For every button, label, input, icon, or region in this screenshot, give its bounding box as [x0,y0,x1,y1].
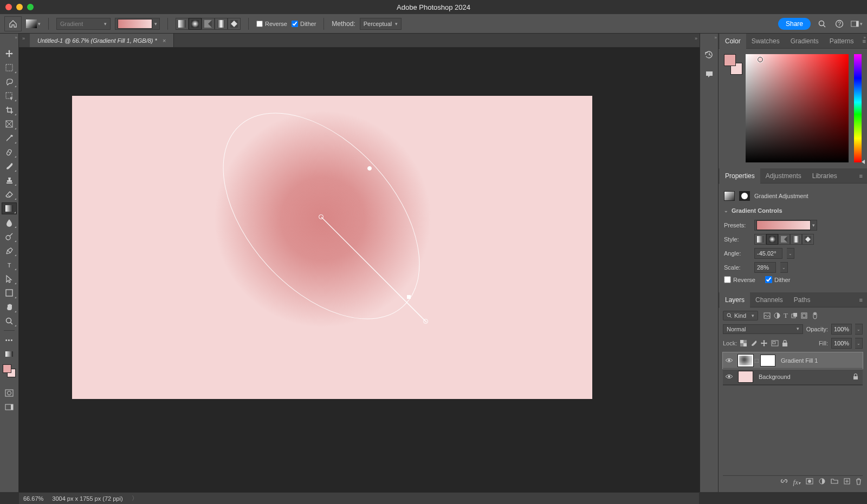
frame-tool[interactable] [2,118,17,130]
blend-mode-dropdown[interactable]: Normal▾ [723,324,803,334]
home-button[interactable] [4,16,22,31]
dither-checkbox[interactable]: Dither [292,21,316,27]
layer-row[interactable]: Background [723,369,863,385]
layer-link-icon[interactable]: ⬚ [754,358,759,363]
layer-row[interactable]: ⬚ Gradient Fill 1 [723,352,863,369]
lock-image-button[interactable] [750,340,758,347]
tab-gradients[interactable]: Gradients [785,34,824,49]
filter-type-icon[interactable]: T [784,311,788,320]
expand-arrows-icon[interactable]: » [22,36,25,41]
eraser-tool[interactable] [2,188,17,200]
lock-artboard-button[interactable] [771,340,779,346]
hue-slider[interactable] [854,54,862,162]
edit-toolbar-button[interactable]: ••• [2,334,17,346]
pen-tool[interactable] [2,245,17,257]
filter-toggle[interactable] [813,312,817,319]
document-info[interactable]: 3004 px x 1755 px (72 ppi) [52,495,122,502]
gradient-preset-dropdown[interactable]: Gradient ▾ [56,18,111,30]
filter-smart-icon[interactable] [801,312,807,319]
lock-transparency-button[interactable] [740,340,747,347]
type-tool[interactable]: T [2,259,17,271]
layer-visibility-toggle[interactable] [725,357,735,363]
tab-channels[interactable]: Channels [750,292,788,307]
opacity-input[interactable]: 100% [831,324,852,335]
expand-icon[interactable]: » [864,35,866,40]
path-selection-tool[interactable] [2,273,17,285]
chevron-down-icon[interactable]: ▾ [38,21,41,27]
prop-style-radial[interactable] [766,234,778,245]
crop-tool[interactable] [2,104,17,116]
gradient-tool[interactable] [2,202,17,214]
delete-layer-button[interactable] [856,478,862,487]
healing-tool[interactable] [2,146,17,158]
layer-style-button[interactable]: fx▾ [793,478,800,487]
marquee-tool[interactable] [2,62,17,74]
zoom-level[interactable]: 66.67% [23,495,43,502]
color-fg-bg-swatches[interactable] [724,54,740,70]
canvas-area[interactable] [19,34,700,492]
lasso-tool[interactable] [2,76,17,88]
prop-style-reflected[interactable] [790,234,802,245]
eyedropper-tool[interactable] [2,132,17,144]
panel-menu-button[interactable]: ≡ [856,297,866,303]
quick-mask-button[interactable] [2,387,17,399]
brush-tool[interactable] [2,160,17,172]
new-group-button[interactable] [831,478,838,487]
dodge-tool[interactable] [2,231,17,243]
stamp-tool[interactable] [2,174,17,186]
filter-pixel-icon[interactable] [764,312,771,319]
hand-tool[interactable] [2,301,17,313]
gradient-end-handle[interactable] [423,319,428,324]
filter-adjustment-icon[interactable] [774,312,780,319]
gradient-preset-picker[interactable]: ▾ [754,220,817,231]
gradient-style-angle[interactable] [202,18,215,30]
reverse-checkbox[interactable]: Reverse [256,21,287,27]
history-panel-icon[interactable] [703,49,715,61]
prop-dither-checkbox[interactable]: Dither [765,276,790,283]
artboard[interactable] [72,96,592,399]
workspace-switcher[interactable]: ▾ [851,18,863,30]
panel-menu-button[interactable]: ≡ [856,173,866,179]
lock-all-button[interactable] [782,340,788,347]
prop-style-diamond[interactable] [802,234,814,245]
move-tool[interactable] [2,48,17,60]
tab-layers[interactable]: Layers [720,292,750,307]
close-tab-button[interactable]: × [163,37,166,44]
scale-stepper[interactable]: ⌄ [780,262,788,273]
close-window-button[interactable] [5,4,12,10]
tab-adjustments[interactable]: Adjustments [760,168,807,184]
layer-visibility-toggle[interactable] [725,374,735,379]
layer-name[interactable]: Gradient Fill 1 [779,357,818,364]
adjustment-layer-button[interactable] [819,478,825,487]
expand-arrows-icon[interactable]: » [695,36,697,41]
gradient-style-linear[interactable] [176,18,189,30]
prop-reverse-checkbox[interactable]: Reverse [724,276,755,283]
selection-tool[interactable] [2,90,17,102]
comments-panel-icon[interactable] [703,68,715,80]
tab-paths[interactable]: Paths [788,292,816,307]
gradient-start-handle[interactable] [319,214,323,219]
angle-stepper[interactable]: ⌄ [787,248,794,259]
gradient-style-reflected[interactable] [215,18,228,30]
layer-name[interactable]: Background [756,374,791,380]
expand-icon[interactable]: » [715,35,717,40]
prop-style-linear[interactable] [754,234,766,245]
tab-swatches[interactable]: Swatches [746,34,785,49]
layer-thumbnail[interactable] [738,371,753,383]
layer-thumbnail[interactable] [738,355,753,366]
layer-filter-kind[interactable]: Kind▾ [723,311,758,320]
zoom-tool[interactable] [2,315,17,327]
screen-mode-button[interactable] [2,401,17,413]
color-picker-cursor[interactable] [758,57,763,62]
layer-mask-button[interactable] [806,478,813,487]
gradient-editor-button[interactable]: ▾ [115,18,160,30]
layer-mask-thumbnail[interactable] [760,355,775,366]
opacity-stepper[interactable]: ⌄ [855,324,863,335]
scale-input[interactable]: 28% [754,262,776,273]
tab-color[interactable]: Color [720,34,746,49]
tab-patterns[interactable]: Patterns [824,34,859,49]
saturation-brightness-picker[interactable] [746,54,849,162]
gradient-mode-icon[interactable] [2,348,17,360]
method-dropdown[interactable]: Perceptual▾ [360,18,402,30]
gradient-controls-section-toggle[interactable]: ⌄ Gradient Controls [724,206,862,218]
